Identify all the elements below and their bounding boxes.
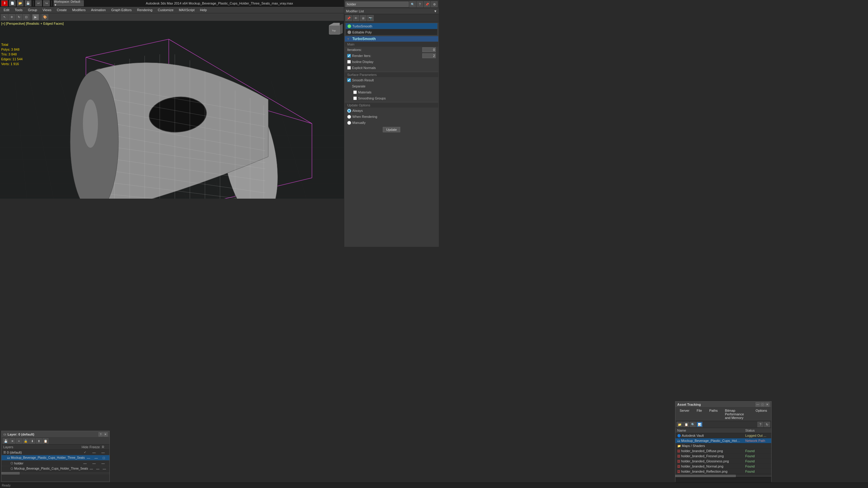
- ts-render-iters-checkbox[interactable]: [347, 54, 351, 58]
- ts-explicit-normals-checkbox[interactable]: [347, 66, 351, 70]
- modifier-editable-poly[interactable]: Editable Poly: [346, 29, 437, 35]
- undo-btn[interactable]: ↩: [35, 0, 42, 6]
- ts-manually-radio[interactable]: [347, 121, 351, 125]
- verts-stat: Verts: 1 916: [1, 61, 23, 66]
- viewport-label: [+] [Perspective] [Realistic + Edged Fac…: [1, 22, 64, 25]
- viewport-grid: X Y Z: [0, 21, 344, 199]
- menu-edit[interactable]: Edit: [1, 7, 12, 12]
- turbosmooth-panel: ▼ TurboSmooth Main Iterations: Render It…: [345, 36, 438, 132]
- ts-always-row: Always: [345, 108, 438, 114]
- ts-iterations-input[interactable]: [422, 47, 436, 52]
- ts-iterations-row: Iterations:: [345, 47, 438, 53]
- menu-modifiers[interactable]: Modifiers: [70, 7, 88, 12]
- move-btn[interactable]: ✛: [8, 14, 15, 20]
- ts-smoothing-groups-checkbox[interactable]: [353, 96, 357, 100]
- scale-btn[interactable]: ⊡: [23, 14, 30, 20]
- edges-stat: Edges: 11 544: [1, 57, 23, 61]
- rp-search: 🔍 ? 📌 ⚙: [344, 0, 439, 8]
- modifier-list-dropdown[interactable]: Modifier List ▼: [344, 8, 439, 14]
- ts-render-iters-input[interactable]: [422, 53, 436, 58]
- open-btn[interactable]: 📂: [17, 0, 24, 6]
- ts-explicit-normals-row: Explicit Normals: [345, 65, 438, 71]
- show-in-viewport-btn[interactable]: 🖥: [360, 15, 367, 21]
- menu-views[interactable]: Views: [40, 7, 54, 12]
- rp-icon-toolbar: 📌 👁 🖥 📷: [344, 14, 439, 22]
- modifier-stack: TurboSmooth Editable Poly: [345, 23, 438, 36]
- menu-graph-editors[interactable]: Graph Editors: [109, 7, 134, 12]
- ts-smooth-result-checkbox[interactable]: [347, 79, 351, 82]
- app-icon[interactable]: 3: [1, 0, 8, 6]
- modifier-turbosmooth[interactable]: TurboSmooth: [346, 23, 437, 29]
- menu-help[interactable]: Help: [198, 7, 210, 12]
- menu-customize[interactable]: Customize: [156, 7, 176, 12]
- right-panel: 🔍 ? 📌 ⚙ Modifier List ▼ 📌 👁 🖥 📷 TurboSmo…: [344, 0, 439, 247]
- ts-separate-row: Separate: [345, 83, 438, 89]
- show-in-render-btn[interactable]: 📷: [367, 15, 374, 21]
- save-btn[interactable]: 💾: [25, 0, 31, 6]
- render-btn[interactable]: ▶: [32, 14, 39, 20]
- rp-pin-icon[interactable]: 📌: [424, 1, 430, 7]
- menu-maxscript[interactable]: MAXScript: [177, 7, 197, 12]
- tris-stat: Tris: 3 848: [1, 52, 23, 57]
- ts-update-options-header: Update Options: [345, 103, 438, 108]
- ts-when-rendering-radio[interactable]: [347, 115, 351, 119]
- modifier-bulb-editablepoly: [347, 30, 351, 34]
- svg-point-53: [83, 99, 98, 148]
- stats-overlay: Total Polys: 3 848 Tris: 3 848 Edges: 11…: [1, 42, 23, 66]
- ts-when-rendering-row: When Rendering: [345, 114, 438, 120]
- material-editor-btn[interactable]: 🎨: [41, 14, 48, 20]
- ts-smoothing-groups-row: Smoothing Groups: [345, 95, 438, 101]
- ts-surface-params-header: Surface Parameters: [345, 72, 438, 77]
- svg-marker-62: [340, 24, 343, 34]
- redo-btn[interactable]: ↪: [43, 0, 50, 6]
- ts-section-header[interactable]: ▼ TurboSmooth: [345, 36, 438, 41]
- svg-text:Top: Top: [332, 29, 336, 32]
- menu-tools[interactable]: Tools: [12, 7, 25, 12]
- ts-smooth-result-row: Smooth Result: [345, 77, 438, 83]
- rp-search-icon[interactable]: 🔍: [409, 1, 416, 7]
- title-bar-left: 3 📄 📂 💾 ↩ ↪ Workspace: Default ▼: [1, 0, 84, 6]
- title-bar-title: Autodesk 3ds Max 2014 x64 Mockup_Beverag…: [146, 1, 293, 5]
- menu-group[interactable]: Group: [26, 7, 40, 12]
- new-btn[interactable]: 📄: [9, 0, 16, 6]
- ts-always-radio[interactable]: [347, 109, 351, 113]
- polys-stat: Polys: 3 848: [1, 47, 23, 52]
- select-btn[interactable]: ↖: [1, 14, 8, 20]
- pin-mod-btn[interactable]: 📌: [345, 15, 352, 21]
- workspace-dropdown[interactable]: Workspace: Default ▼: [54, 0, 84, 6]
- ts-main-header: Main: [345, 42, 438, 47]
- ts-manually-row: Manually: [345, 120, 438, 126]
- modifier-bulb-turbosmooth: [347, 24, 351, 28]
- show-all-btn[interactable]: 👁: [352, 15, 359, 21]
- menu-animation[interactable]: Animation: [89, 7, 108, 12]
- ts-materials-row: Materials: [345, 89, 438, 95]
- svg-marker-61: [329, 23, 340, 25]
- menu-create[interactable]: Create: [54, 7, 69, 12]
- menu-rendering[interactable]: Rendering: [135, 7, 155, 12]
- ts-isoline-row: Isoline Display: [345, 59, 438, 65]
- rp-settings-icon[interactable]: ⚙: [431, 1, 438, 7]
- rp-help-icon[interactable]: ?: [416, 1, 423, 7]
- ts-materials-checkbox[interactable]: [353, 90, 357, 94]
- ts-update-button[interactable]: Update: [383, 127, 400, 132]
- ts-render-iters-row: Render Iters:: [345, 53, 438, 59]
- ts-isoline-checkbox[interactable]: [347, 60, 351, 64]
- viewport-area[interactable]: X Y Z [+] [Perspective] [Realistic + Edg…: [0, 21, 344, 199]
- rotate-btn[interactable]: ↻: [16, 14, 22, 20]
- navigation-cube[interactable]: Top: [328, 22, 343, 37]
- modifier-search-input[interactable]: [345, 1, 409, 7]
